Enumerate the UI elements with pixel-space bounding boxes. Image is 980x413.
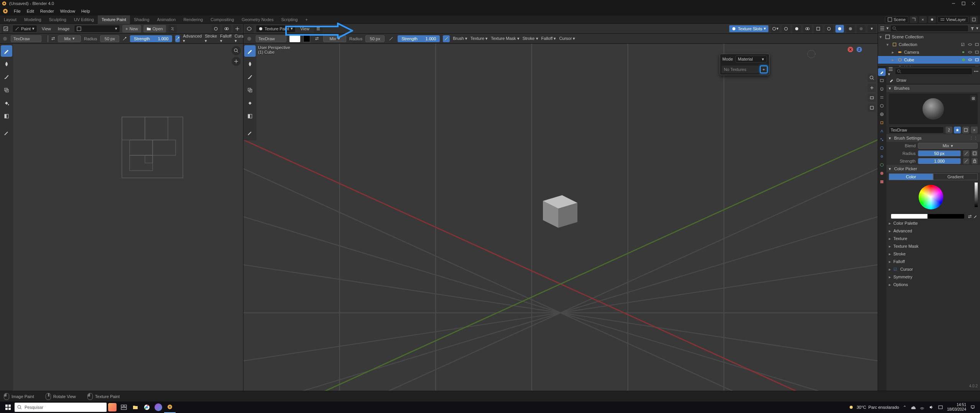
outliner-collection[interactable]: ▾ Collection ☑ (878, 41, 980, 48)
disclosure-triangle-icon[interactable]: ▸ (892, 58, 896, 63)
taskbar-app-1[interactable] (107, 401, 118, 413)
workspace-tab-texturepaint[interactable]: Texture Paint (98, 15, 130, 24)
texture-slots-add-button[interactable]: + (760, 66, 768, 73)
taskbar-clock[interactable]: 14:51 18/03/2024 (947, 403, 966, 412)
restrict-render-icon[interactable] (975, 42, 980, 47)
windows-start-button[interactable] (2, 401, 15, 413)
file-explorer-button[interactable] (130, 401, 141, 413)
smear-tool-button[interactable] (1, 71, 12, 83)
workspace-tab-compositing[interactable]: Compositing (207, 15, 238, 24)
workspace-tab-sculpting[interactable]: Sculpting (45, 15, 70, 24)
secondary-color-swatch[interactable] (48, 35, 48, 42)
properties-tab-constraints[interactable] (878, 153, 886, 160)
menu-window[interactable]: Window (57, 9, 78, 13)
workspace-tab-layout[interactable]: Layout (0, 15, 20, 24)
eyedropper-button[interactable] (973, 214, 978, 219)
color-picker-panel-header[interactable]: ▾ Color Picker (886, 165, 980, 173)
fill-tool-button[interactable] (1, 97, 12, 109)
viewport-shading-wireframe[interactable] (782, 25, 790, 33)
scene-selector[interactable]: Scene (885, 16, 908, 23)
panel-options-icon[interactable]: ⋮⋮ (969, 136, 978, 141)
window-maximize-button[interactable] (959, 0, 968, 7)
zoom-gizmo[interactable] (232, 46, 241, 55)
radius-pressure-props[interactable] (963, 150, 969, 156)
eye-icon[interactable] (968, 50, 973, 54)
texture-slots-popover-button[interactable]: Texture Slots ▾ (729, 25, 769, 33)
radius-field-3d[interactable]: 50 px (365, 35, 385, 42)
window-close-button[interactable] (968, 0, 978, 7)
brush-name-field[interactable]: TexDraw (11, 35, 41, 42)
scene-new-button[interactable] (910, 16, 918, 23)
properties-tab-physics[interactable] (878, 144, 886, 152)
properties-tab-object[interactable] (878, 119, 886, 127)
swap-colors-props[interactable]: ⇄ (968, 214, 972, 219)
symmetry-panel[interactable]: ▸Symmetry (886, 273, 980, 281)
persp-ortho-gizmo[interactable] (868, 104, 876, 112)
image-overlay-toggle[interactable] (222, 25, 231, 33)
soften-tool-3d[interactable] (244, 58, 256, 70)
outliner-scene-collection[interactable]: ▾ Scene Collection (878, 33, 980, 41)
menu-help[interactable]: Help (78, 9, 93, 13)
brush-fake-user-toggle[interactable] (954, 127, 961, 133)
scene-delete-button[interactable]: × (919, 16, 927, 23)
blender-menu-icon[interactable] (2, 8, 8, 14)
eye-icon[interactable] (968, 42, 973, 47)
properties-tab-scene[interactable] (878, 102, 886, 110)
strength-pressure-toggle-3d[interactable] (443, 35, 450, 42)
brush-popover[interactable]: Brush ▾ (453, 36, 467, 41)
outliner-new-collection[interactable]: ▾ (976, 26, 978, 31)
mask-tool-button[interactable] (1, 110, 12, 122)
checkbox-icon[interactable]: ☑ (961, 42, 966, 47)
pan-gizmo-3d[interactable] (868, 84, 876, 92)
texture-mask-panel[interactable]: ▸Texture Mask (886, 242, 980, 250)
restrict-render-icon[interactable] (975, 58, 980, 62)
taskbar-search[interactable]: Pesquisar (15, 403, 107, 412)
strength-slider-props[interactable]: 1.000 (918, 158, 961, 164)
clone-tool-button[interactable] (1, 84, 12, 96)
annotate-tool-3d[interactable] (244, 127, 256, 139)
viewport-xray-toggle[interactable] (814, 25, 822, 33)
brush-settings-panel-header[interactable]: ▾ Brush Settings ⋮⋮ (886, 134, 980, 142)
brush-preset-dropdown-3d[interactable] (246, 35, 253, 42)
chrome-button[interactable] (141, 401, 153, 413)
radius-field[interactable]: 50 px (100, 35, 119, 42)
swap-colors-button[interactable]: ⇄ (51, 35, 55, 42)
brush-name-edit[interactable]: TexDraw (889, 127, 944, 133)
options-panel[interactable]: ▸Options (886, 281, 980, 288)
properties-tab-material[interactable] (878, 169, 886, 177)
eye-icon[interactable] (968, 58, 973, 62)
disclosure-triangle-icon[interactable]: ▾ (886, 42, 890, 47)
workspace-tab-modeling[interactable]: Modeling (20, 15, 45, 24)
properties-tab-output[interactable] (878, 85, 886, 93)
menu-render[interactable]: Render (37, 9, 57, 13)
image-mode-dropdown[interactable]: Paint ▾ (12, 25, 37, 33)
outliner-search[interactable] (890, 25, 968, 32)
viewport-shading-group-4[interactable] (857, 25, 865, 33)
taskbar-app-2[interactable] (153, 401, 164, 413)
disclosure-triangle-icon[interactable]: ▸ (892, 65, 896, 67)
menu-file[interactable]: File (11, 9, 24, 13)
notification-center-button[interactable] (970, 405, 975, 410)
blend-mode-dropdown[interactable]: Mix ▾ (58, 35, 81, 42)
properties-tab-particles[interactable] (878, 136, 886, 143)
falloff-popover[interactable]: Falloff ▾ (220, 34, 232, 43)
advanced-popover[interactable]: Advanced ▾ (183, 34, 202, 43)
smear-tool-3d[interactable] (244, 71, 256, 83)
viewport-options-dropdown[interactable]: ▾ (771, 25, 779, 33)
weather-widget[interactable]: 30°C Parc ensolarado (848, 404, 899, 410)
outliner-item-cube[interactable]: ▸ Cube (878, 56, 980, 64)
properties-search[interactable] (895, 68, 972, 75)
tray-network-icon[interactable] (919, 405, 925, 410)
fill-tool-3d[interactable] (244, 97, 256, 109)
blender-taskbar-button[interactable] (164, 401, 176, 413)
outliner-display-mode[interactable]: ▾ (886, 26, 889, 31)
tray-onedrive-icon[interactable] (910, 405, 916, 410)
checkbox-icon[interactable]: ☑ (893, 267, 897, 272)
texture-popover-3d[interactable]: Texture ▾ (470, 36, 488, 41)
properties-tab-modifiers[interactable] (878, 127, 886, 135)
workspace-tab-uv[interactable]: UV Editing (70, 15, 98, 24)
viewport-shading-group-2[interactable] (835, 25, 844, 33)
workspace-tab-geonodes[interactable]: Geometry Nodes (238, 15, 277, 24)
axis-gizmo[interactable]: Z Y X (848, 47, 871, 70)
scene-pin-button[interactable] (928, 16, 936, 23)
